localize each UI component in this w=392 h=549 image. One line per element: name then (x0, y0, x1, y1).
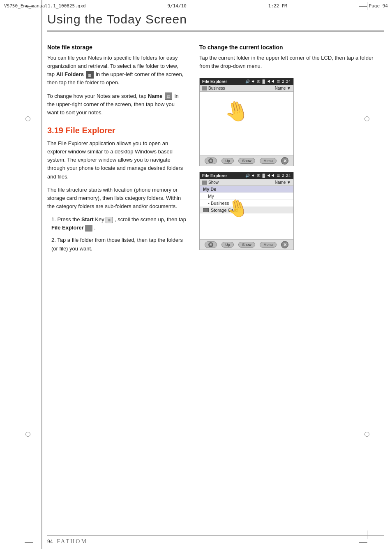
step1-bold: File Explorer (51, 225, 84, 231)
name-label: Name (148, 93, 162, 99)
screen2-sort: Name ▼ (275, 180, 291, 185)
step2: 2. Tap a file folder from those listed, … (47, 236, 187, 252)
section-title: 3.19 File Explorer (47, 126, 187, 135)
page-title: Using the Today Screen (47, 12, 384, 32)
screen1-btn-menu[interactable]: Menu (260, 158, 277, 164)
screen1-title-bar: File Explorer 🔊 ✱ 囯 ▓ ◀◀ 〓 2:24 (200, 78, 293, 85)
step1-end: . (94, 225, 96, 231)
note-body3: To change how your Notes are sorted, tap (47, 93, 146, 99)
phone-screen-2: File Explorer 🔊 ✱ 囯 ▓ ◀◀ 〓 2:24 Show Nam… (199, 172, 294, 250)
screen2-title-bar: File Explorer 🔊 ✱ 囯 ▓ ◀◀ 〓 2:24 (200, 172, 293, 179)
right-body: Tap the current folder in the upper left… (199, 54, 384, 70)
page-number: 94 (47, 539, 53, 544)
screen1-btn-close[interactable]: ✕ (281, 157, 288, 164)
step1: 1. Press the Start Key ⊞ , scroll the sc… (47, 215, 187, 232)
screen2-title: File Explorer (202, 174, 227, 178)
page-header: VS750_Eng_manual1.1_100825.qxd 9/14/10 1… (4, 3, 388, 9)
screen1-btn-show[interactable]: Show (238, 158, 255, 164)
screen2-item2: My (208, 194, 214, 199)
content-area: Using the Today Screen Note file storage… (47, 12, 384, 533)
step1-mid: Key (95, 216, 104, 222)
screen1-folder: Business (202, 86, 225, 90)
screen1-btn-show-label: Show (242, 159, 251, 163)
brand-logo: FATHOM (57, 538, 88, 545)
storage-icon (203, 208, 209, 212)
file-explorer-icon (85, 225, 92, 232)
screen1-sort-name: Name ▼ (275, 86, 291, 90)
windows-icon-2: ⊞ (208, 242, 213, 247)
note-sort-body: To change how your Notes are sorted, tap… (47, 92, 187, 117)
screen2-btn-close[interactable]: ✕ (281, 241, 288, 248)
screen2-icons: 🔊 ✱ 囯 ▓ ◀◀ 〓 2:24 (245, 173, 291, 178)
screen2-sort-name: Name ▼ (275, 180, 291, 185)
screen2-show-bar: Show Name ▼ (200, 179, 293, 186)
step1-pre: 1. Press the (51, 216, 80, 222)
fe-body1: The File Explorer application allows you… (47, 139, 187, 181)
screen2-btn-menu-label: Menu (263, 243, 273, 247)
all-folders-icon: ▦ (86, 71, 94, 79)
screen1-title: File Explorer (202, 79, 227, 84)
all-folders-label: All Folders (56, 71, 84, 77)
screen1-sort: Name ▼ (275, 86, 291, 90)
screen1-btn-menu-label: Menu (263, 159, 273, 163)
screen2-btn-windows[interactable]: ⊞ (205, 241, 217, 248)
screen2-content: My De My • Business Storage Card 🤚 (200, 186, 293, 239)
screen2-btn-show[interactable]: Show (238, 242, 255, 248)
screen2-item1: My De (203, 187, 216, 192)
step1-key: Start (81, 216, 94, 222)
screen1-bottom: ⊞ Up Show Menu ✕ (200, 155, 293, 166)
header-page: Page 94 (369, 3, 388, 9)
screen1-icons: 🔊 ✱ 囯 ▓ ◀◀ 〓 2:24 (245, 79, 291, 84)
screen2-folder-icon (202, 181, 207, 185)
screen2-btn-menu[interactable]: Menu (260, 242, 277, 248)
header-filename: VS750_Eng_manual1.1_100825.qxd (4, 3, 86, 9)
note-heading: Note file storage (47, 44, 187, 51)
screen1-content: 🤚 (200, 92, 293, 155)
name-icon: ▤ (165, 93, 172, 100)
page-footer: 94 FATHOM (47, 535, 384, 545)
right-heading: To change the current location (199, 44, 384, 51)
start-key-icon: ⊞ (106, 217, 113, 223)
fe-body2: The file structure starts with location … (47, 186, 187, 211)
screen1-folder-name: Business (208, 86, 225, 90)
screen1-btn-up-label: Up (225, 159, 230, 163)
step1-post: , scroll the screen up, then tap (115, 216, 186, 222)
screen2-bottom: ⊞ Up Show Menu ✕ (200, 239, 293, 250)
note-body: You can file your Notes into specific fi… (47, 54, 187, 87)
screen1-folder-icon (202, 86, 207, 90)
screen2-folder: Show (202, 180, 219, 185)
dropdown-item-mydev: My De (200, 186, 293, 193)
header-date: 9/14/10 (167, 3, 186, 9)
screen2-btn-show-label: Show (242, 243, 251, 247)
hand-cursor-1: 🤚 (222, 97, 251, 126)
bullet-icon: • (208, 201, 211, 206)
screen2-btn-up-label: Up (225, 243, 230, 247)
phone-screen-1: File Explorer 🔊 ✱ 囯 ▓ ◀◀ 〓 2:24 Business… (199, 78, 294, 166)
hand-cursor-2: 🤚 (226, 198, 248, 218)
two-column-layout: Note file storage You can file your Note… (47, 44, 384, 257)
right-column: To change the current location Tap the c… (199, 44, 384, 257)
screen2-folder-name: Show (208, 180, 219, 185)
windows-icon: ⊞ (208, 158, 213, 163)
header-time: 1:22 PM (268, 3, 287, 9)
section-number: 3.19 (47, 126, 63, 135)
screen1-nav: Business Name ▼ (200, 85, 293, 92)
margin-line (41, 0, 42, 549)
screen1-btn-windows[interactable]: ⊞ (205, 158, 217, 164)
section-name: File Explorer (66, 126, 115, 135)
screen1-btn-up[interactable]: Up (221, 158, 234, 164)
left-column: Note file storage You can file your Note… (47, 44, 187, 257)
screen2-btn-up[interactable]: Up (221, 242, 234, 248)
